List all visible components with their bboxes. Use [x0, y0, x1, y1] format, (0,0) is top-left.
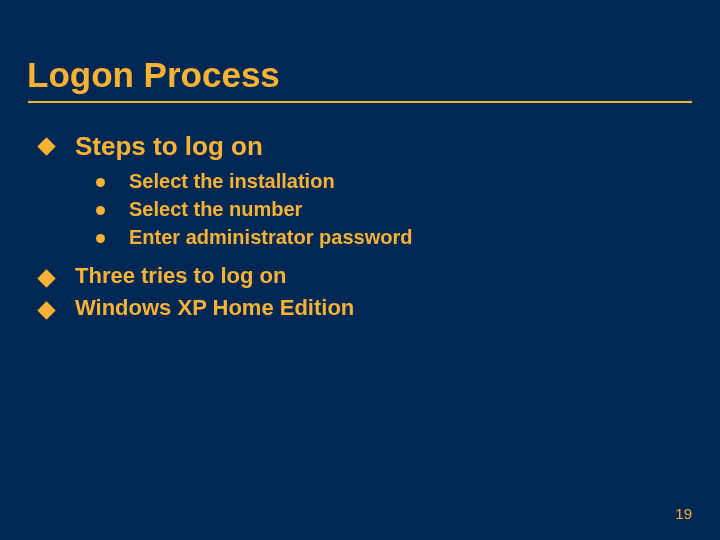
diamond-bullet-icon — [37, 137, 55, 155]
bullet-text: Windows XP Home Edition — [75, 295, 354, 321]
sub-bullet-item: Enter administrator password — [96, 226, 720, 249]
bullet-text: Steps to log on — [75, 131, 263, 162]
slide-content: Steps to log on Select the installation … — [0, 131, 720, 321]
title-underline — [28, 101, 692, 103]
sub-bullet-list: Select the installation Select the numbe… — [40, 170, 720, 249]
bullet-item: Windows XP Home Edition — [40, 295, 720, 321]
sub-bullet-item: Select the number — [96, 198, 720, 221]
dot-bullet-icon — [96, 206, 105, 215]
page-number: 19 — [675, 505, 692, 522]
sub-bullet-text: Select the installation — [129, 170, 335, 193]
diamond-bullet-icon — [37, 301, 55, 319]
sub-bullet-item: Select the installation — [96, 170, 720, 193]
sub-bullet-text: Select the number — [129, 198, 302, 221]
bullet-item: Steps to log on — [40, 131, 720, 162]
bullet-text: Three tries to log on — [75, 263, 286, 289]
bullet-item: Three tries to log on — [40, 263, 720, 289]
sub-bullet-text: Enter administrator password — [129, 226, 412, 249]
dot-bullet-icon — [96, 234, 105, 243]
slide-title: Logon Process — [0, 0, 720, 101]
diamond-bullet-icon — [37, 269, 55, 287]
slide: Logon Process Steps to log on Select the… — [0, 0, 720, 540]
dot-bullet-icon — [96, 178, 105, 187]
